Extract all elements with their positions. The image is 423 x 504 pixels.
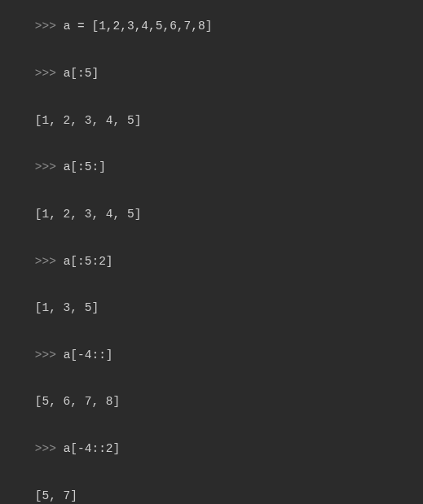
repl-prompt: >>> xyxy=(35,348,56,362)
repl-output: [1, 2, 3, 4, 5] xyxy=(35,208,142,221)
repl-output: [1, 3, 5] xyxy=(35,301,99,314)
repl-output: [5, 7] xyxy=(35,489,77,502)
repl-code: a[-4::2] xyxy=(64,442,121,455)
repl-code: a[-4::] xyxy=(64,348,113,362)
repl-input-line: >>> a[:5:] xyxy=(7,144,416,191)
repl-code: a[:5] xyxy=(64,67,99,80)
repl-input-line: >>> a[-4::] xyxy=(7,332,416,379)
terminal-window[interactable]: >>> a = [1,2,3,4,5,6,7,8] >>> a[:5] [1, … xyxy=(0,0,423,504)
repl-prompt: >>> xyxy=(35,20,56,33)
repl-input-line: >>> a = [1,2,3,4,5,6,7,8] xyxy=(7,3,416,50)
repl-prompt: >>> xyxy=(35,442,56,455)
repl-output: [5, 6, 7, 8] xyxy=(35,395,120,408)
repl-output: [1, 2, 3, 4, 5] xyxy=(35,114,142,127)
repl-output-line: [1, 2, 3, 4, 5] xyxy=(7,191,416,239)
repl-prompt: >>> xyxy=(35,255,56,268)
repl-prompt: >>> xyxy=(35,67,56,80)
repl-code: a = [1,2,3,4,5,6,7,8] xyxy=(64,20,213,33)
repl-code: a[:5:] xyxy=(64,160,106,173)
repl-input-line: >>> a[:5] xyxy=(7,50,416,98)
repl-output-line: [1, 3, 5] xyxy=(7,285,416,332)
repl-output-line: [1, 2, 3, 4, 5] xyxy=(7,97,416,144)
repl-output-line: [5, 7] xyxy=(7,473,416,504)
repl-output-line: [5, 6, 7, 8] xyxy=(7,379,416,426)
repl-code: a[:5:2] xyxy=(64,255,113,268)
repl-input-line: >>> a[-4::2] xyxy=(7,426,416,473)
repl-input-line: >>> a[:5:2] xyxy=(7,238,416,285)
repl-prompt: >>> xyxy=(35,160,56,173)
